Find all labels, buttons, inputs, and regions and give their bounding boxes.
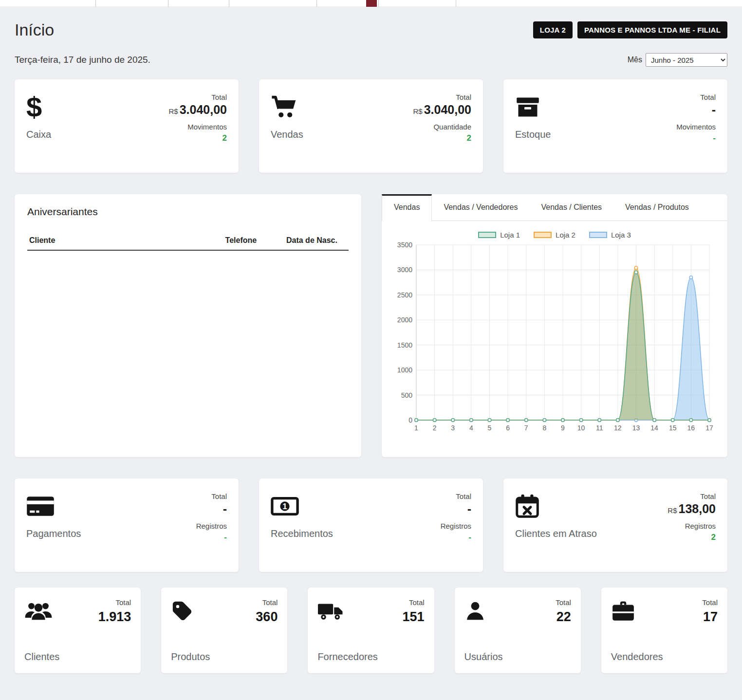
svg-text:500: 500 xyxy=(401,391,413,399)
truck-icon xyxy=(317,601,344,621)
total-value: 151 xyxy=(403,609,425,625)
credit-card-icon xyxy=(26,495,55,517)
legend-swatch-loja1 xyxy=(478,232,496,238)
tab-divider xyxy=(95,0,96,7)
card-label: Clientes xyxy=(24,651,59,663)
legend-label: Loja 3 xyxy=(611,231,631,239)
legend-item-loja3[interactable]: Loja 3 xyxy=(589,231,631,239)
tab-vendas-produtos[interactable]: Vendas / Produtos xyxy=(613,194,701,221)
summary-row-top: $ Caixa Total R$3.040,00 Movimentos 2 xyxy=(15,79,727,173)
metric-label: Total xyxy=(676,93,716,101)
birthdays-card: Aniversariantes Cliente Telefone Data de… xyxy=(15,194,361,457)
card-label: Vendedores xyxy=(611,651,663,663)
store-badge: LOJA 2 xyxy=(533,21,573,38)
legend-label: Loja 1 xyxy=(500,231,520,239)
metric-value: R$3.040,00 xyxy=(413,103,471,117)
calendar-x-icon xyxy=(515,494,539,519)
tab-accent xyxy=(366,0,377,7)
card-clientes-em-atraso: Clientes em Atraso Total R$138,00 Regist… xyxy=(503,479,727,572)
tab-divider xyxy=(316,0,317,7)
total-value: 1.913 xyxy=(98,609,131,625)
metric-sub-value: 2 xyxy=(413,133,471,143)
svg-text:4: 4 xyxy=(469,424,473,432)
tab-vendas-vendedores[interactable]: Vendas / Vendedores xyxy=(432,194,529,221)
month-select[interactable]: Junho - 2025 xyxy=(646,53,727,67)
svg-text:13: 13 xyxy=(632,424,640,432)
svg-text:10: 10 xyxy=(577,424,585,432)
browser-tab-strip xyxy=(0,0,742,7)
metric-label: Total xyxy=(441,492,471,500)
svg-text:11: 11 xyxy=(596,424,603,432)
card-fornecedores: Fornecedores Total 151 xyxy=(308,588,434,673)
dollar-icon: $ xyxy=(26,93,42,121)
tab-vendas[interactable]: Vendas xyxy=(382,194,432,221)
card-pagamentos: Pagamentos Total - Registros - xyxy=(15,479,239,572)
svg-text:1: 1 xyxy=(414,424,418,432)
metric-sub-value: - xyxy=(441,533,471,542)
metric-label: Movimentos xyxy=(676,123,716,131)
svg-text:3500: 3500 xyxy=(397,241,412,249)
svg-text:3: 3 xyxy=(451,424,455,432)
metric-sub-value: - xyxy=(196,533,227,542)
col-data-nasc: Data de Nasc. xyxy=(284,231,349,250)
metric-label: Total xyxy=(413,93,471,101)
svg-text:8: 8 xyxy=(542,424,546,432)
svg-text:0: 0 xyxy=(408,416,412,424)
svg-text:2: 2 xyxy=(433,424,437,432)
tab-divider xyxy=(378,0,379,7)
metric-sub-value: 2 xyxy=(168,133,227,143)
metric-value: R$3.040,00 xyxy=(168,103,227,117)
card-produtos: Produtos Total 360 xyxy=(161,588,287,673)
metric-value: - xyxy=(441,502,471,516)
svg-text:17: 17 xyxy=(705,424,713,432)
summary-row-mid: Pagamentos Total - Registros - 1 Recebim… xyxy=(15,479,727,572)
svg-text:6: 6 xyxy=(506,424,510,432)
tab-divider xyxy=(456,0,456,7)
cart-icon xyxy=(271,95,299,119)
card-label: Produtos xyxy=(171,651,210,663)
card-vendas: Vendas Total R$3.040,00 Quantidade 2 xyxy=(259,79,483,173)
tab-divider xyxy=(229,0,229,7)
metric-value: - xyxy=(676,103,716,117)
total-label: Total xyxy=(98,598,131,607)
total-label: Total xyxy=(556,598,571,607)
svg-text:1000: 1000 xyxy=(397,366,412,374)
date-row: Terça-feira, 17 de junho de 2025. Mês Ju… xyxy=(15,53,727,67)
currency-prefix: R$ xyxy=(168,107,178,115)
card-label: Recebimentos xyxy=(271,528,333,539)
total-value: 17 xyxy=(702,609,718,625)
birthdays-title: Aniversariantes xyxy=(27,206,349,218)
card-recebimentos: 1 Recebimentos Total - Registros - xyxy=(259,479,483,572)
total-value: 360 xyxy=(256,609,278,625)
month-label: Mês xyxy=(628,55,642,64)
middle-section: Aniversariantes Cliente Telefone Data de… xyxy=(15,194,727,457)
card-label: Vendas xyxy=(271,129,303,140)
chart-legend: Loja 1 Loja 2 Loja 3 xyxy=(478,231,631,239)
box-icon xyxy=(515,94,540,120)
metric-label: Total xyxy=(668,492,716,500)
svg-text:14: 14 xyxy=(650,424,658,432)
tab-vendas-clientes[interactable]: Vendas / Clientes xyxy=(530,194,614,221)
legend-item-loja2[interactable]: Loja 2 xyxy=(534,231,575,239)
chart-tabs: Vendas Vendas / Vendedores Vendas / Clie… xyxy=(382,194,727,221)
currency-prefix: R$ xyxy=(668,506,677,515)
legend-item-loja1[interactable]: Loja 1 xyxy=(478,231,520,239)
chart-body: Loja 1 Loja 2 Loja 3 0500100015002000250… xyxy=(382,221,727,457)
total-value: 22 xyxy=(556,609,571,625)
current-date: Terça-feira, 17 de junho de 2025. xyxy=(15,55,150,65)
month-filter: Mês Junho - 2025 xyxy=(628,53,727,67)
card-label: Usuários xyxy=(464,651,503,663)
svg-text:9: 9 xyxy=(561,424,565,432)
svg-text:12: 12 xyxy=(614,424,622,432)
card-estoque: Estoque Total - Movimentos - xyxy=(503,79,727,173)
metric-label: Registros xyxy=(668,522,716,530)
card-caixa: $ Caixa Total R$3.040,00 Movimentos 2 xyxy=(15,79,239,173)
total-label: Total xyxy=(702,598,718,607)
svg-text:1500: 1500 xyxy=(397,341,412,349)
svg-text:1: 1 xyxy=(282,502,287,511)
svg-text:2500: 2500 xyxy=(397,291,412,299)
card-label: Caixa xyxy=(26,129,51,140)
currency-prefix: R$ xyxy=(413,107,422,115)
metric-label: Total xyxy=(196,492,227,500)
metric-label: Total xyxy=(168,93,227,101)
